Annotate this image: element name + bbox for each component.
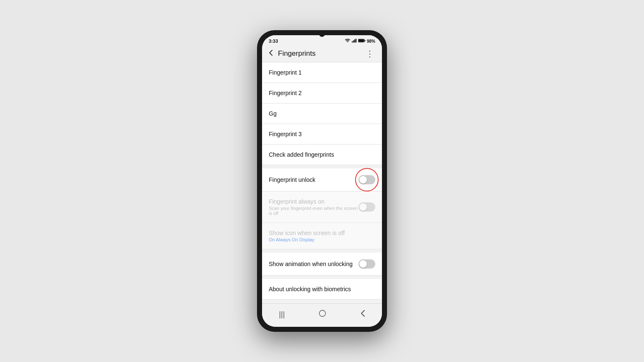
section-gap-2 xyxy=(262,249,382,253)
fingerprint-always-on-label: Fingerprint always on xyxy=(269,198,358,205)
fingerprint-always-on-item[interactable]: Fingerprint always on Scan your fingerpr… xyxy=(262,191,382,223)
fingerprint-1-item[interactable]: Fingerprint 1 xyxy=(262,62,382,83)
fingerprint-always-on-sublabel: Scan your fingerprint even when the scre… xyxy=(269,206,358,216)
about-biometrics-item[interactable]: About unlocking with biometrics xyxy=(262,279,382,300)
about-biometrics-label: About unlocking with biometrics xyxy=(269,286,351,292)
fingerprint-unlock-item[interactable]: Fingerprint unlock xyxy=(262,168,382,191)
fingerprint-unlock-label: Fingerprint unlock xyxy=(269,176,315,183)
phone-frame: 3:33 xyxy=(257,30,387,332)
fingerprint-2-label: Fingerprint 2 xyxy=(269,90,302,96)
show-icon-text: Show icon when screen is off On Always O… xyxy=(269,230,375,242)
camera-dot xyxy=(319,35,325,37)
home-button[interactable] xyxy=(314,308,331,321)
svg-rect-5 xyxy=(358,39,364,42)
settings-content: Fingerprint 1 Fingerprint 2 Gg Fingerpri… xyxy=(262,62,382,303)
page-title: Fingerprints xyxy=(278,49,360,58)
check-fingerprints-label: Check added fingerprints xyxy=(269,151,334,158)
show-animation-label: Show animation when unlocking xyxy=(269,261,353,267)
fingerprint-gg-label: Gg xyxy=(269,110,277,117)
more-options-button[interactable]: ⋮ xyxy=(363,48,377,59)
fingerprint-always-on-text: Fingerprint always on Scan your fingerpr… xyxy=(269,198,358,216)
status-bar: 3:33 xyxy=(262,35,382,45)
section-gap-3 xyxy=(262,276,382,279)
svg-rect-2 xyxy=(354,39,355,43)
fingerprint-gg-item[interactable]: Gg xyxy=(262,103,382,124)
notch xyxy=(319,35,325,37)
show-animation-item[interactable]: Show animation when unlocking xyxy=(262,253,382,276)
svg-point-7 xyxy=(319,310,326,317)
back-button[interactable] xyxy=(267,49,275,59)
show-icon-sublabel: On Always On Display xyxy=(269,237,375,242)
show-icon-label: Show icon when screen is off xyxy=(269,230,375,236)
svg-rect-6 xyxy=(364,40,365,41)
fingerprint-2-item[interactable]: Fingerprint 2 xyxy=(262,83,382,103)
app-bar: Fingerprints ⋮ xyxy=(262,45,382,62)
fingerprint-1-label: Fingerprint 1 xyxy=(269,69,302,76)
svg-rect-1 xyxy=(353,40,354,42)
show-icon-item[interactable]: Show icon when screen is off On Always O… xyxy=(262,223,382,249)
bottom-nav: ||| xyxy=(262,303,382,327)
fingerprint-unlock-toggle-wrapper[interactable] xyxy=(358,175,375,184)
status-time: 3:33 xyxy=(269,39,278,44)
phone-screen: 3:33 xyxy=(262,35,382,327)
svg-rect-3 xyxy=(356,39,356,43)
wifi-icon xyxy=(345,39,351,44)
fingerprint-unlock-toggle[interactable] xyxy=(358,175,375,184)
status-icons: 98% xyxy=(345,39,375,44)
check-fingerprints-item[interactable]: Check added fingerprints xyxy=(262,145,382,165)
battery-percent: 98% xyxy=(367,39,375,44)
section-gap-4 xyxy=(262,300,382,303)
svg-rect-0 xyxy=(352,41,353,43)
fingerprint-3-item[interactable]: Fingerprint 3 xyxy=(262,124,382,145)
battery-icon xyxy=(358,39,366,44)
show-animation-toggle[interactable] xyxy=(358,259,375,269)
recent-apps-button[interactable]: ||| xyxy=(274,308,290,321)
back-nav-button[interactable] xyxy=(355,308,370,321)
signal-icon xyxy=(352,39,357,44)
fingerprint-always-on-toggle[interactable] xyxy=(358,202,375,212)
fingerprint-3-label: Fingerprint 3 xyxy=(269,131,302,137)
